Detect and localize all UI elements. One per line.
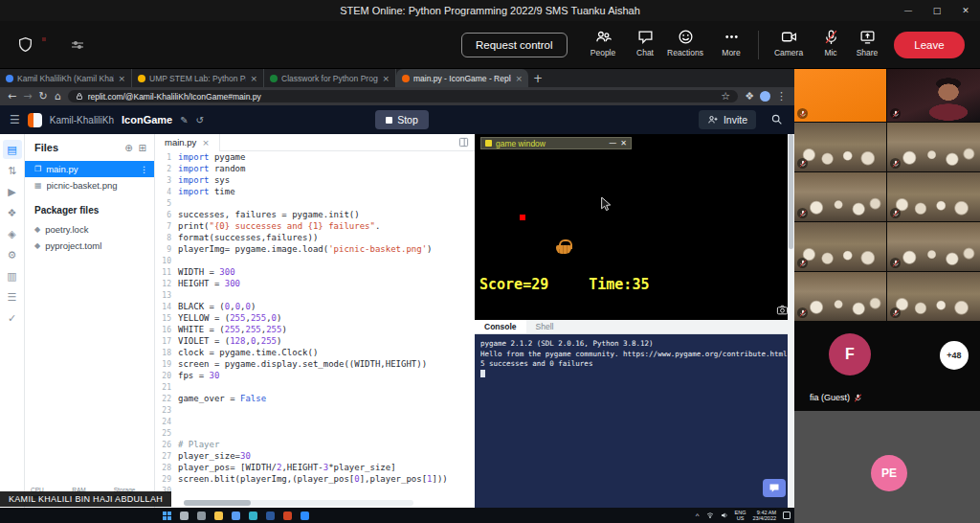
- browser-profile-avatar[interactable]: [760, 91, 770, 102]
- editor-tab-mainpy[interactable]: main.py ×: [155, 134, 220, 151]
- code-line[interactable]: 18clock = pygame.time.Clock(): [155, 347, 467, 358]
- taskbar-powerpoint-icon[interactable]: [283, 512, 292, 520]
- participant-video[interactable]: [794, 123, 886, 171]
- hamburger-menu-icon[interactable]: ☰: [10, 113, 20, 126]
- code-line[interactable]: 7print("{0} successes and {1} failures".: [155, 220, 467, 232]
- add-file-icon[interactable]: ⊕: [124, 143, 132, 153]
- browser-tab[interactable]: main.py - IconGame - Replit×: [396, 69, 528, 87]
- network-icon[interactable]: [706, 512, 714, 519]
- tray-expand-icon[interactable]: ^: [696, 512, 700, 520]
- camera-button[interactable]: Camera: [766, 29, 812, 57]
- security-shield-icon[interactable]: [17, 36, 33, 53]
- leave-button[interactable]: Leave: [894, 32, 965, 58]
- stop-button[interactable]: Stop: [375, 110, 429, 129]
- checks-icon[interactable]: ✓: [3, 308, 22, 328]
- code-line[interactable]: 5: [155, 197, 467, 209]
- participant-video-host[interactable]: [887, 69, 980, 122]
- tab-close-icon[interactable]: ×: [382, 74, 390, 83]
- code-line[interactable]: 8format(successes,failures)): [155, 232, 467, 243]
- chat-bubble-button[interactable]: [763, 479, 786, 497]
- home-button[interactable]: ⌂: [55, 91, 61, 102]
- request-control-button[interactable]: Request control: [461, 33, 568, 57]
- code-line[interactable]: 30: [155, 485, 467, 496]
- language-indicator[interactable]: ENGUS: [735, 510, 746, 521]
- participant-video[interactable]: [794, 222, 886, 271]
- reload-button[interactable]: ↻: [38, 91, 47, 102]
- editor-horizontal-scrollbar[interactable]: [184, 500, 413, 506]
- code-line[interactable]: 2import random: [155, 163, 467, 174]
- reactions-button[interactable]: Reactions: [662, 29, 708, 57]
- code-line[interactable]: 26# Player: [155, 439, 467, 450]
- packager-file-item[interactable]: ◆pyproject.toml: [25, 238, 154, 254]
- secrets-icon[interactable]: ◈: [3, 224, 22, 243]
- file-item[interactable]: ▦picnic-basket.png: [25, 177, 154, 193]
- code-line[interactable]: 22game_over = False: [155, 393, 467, 404]
- code-line[interactable]: 28player_pos= [WIDTH/2,HEIGHT-3*player_s…: [155, 462, 467, 473]
- code-line[interactable]: 11WIDTH = 300: [155, 266, 467, 278]
- code-lines[interactable]: 1import pygame2import random3import sys4…: [155, 151, 467, 496]
- participant-video[interactable]: [887, 172, 980, 221]
- browser-scrollbar[interactable]: [788, 134, 794, 508]
- file-menu-icon[interactable]: ⋮: [140, 165, 148, 174]
- split-pane-icon[interactable]: [458, 137, 469, 148]
- add-folder-icon[interactable]: ⊞: [139, 143, 146, 153]
- chat-button[interactable]: Chat: [622, 29, 668, 57]
- tab-close-icon[interactable]: ×: [250, 74, 257, 83]
- participant-pe-section[interactable]: PE: [794, 411, 980, 523]
- editor-tab-close-icon[interactable]: ×: [202, 138, 210, 148]
- code-line[interactable]: 29screen.blit(playerImg,(player_pos[0],p…: [155, 473, 467, 485]
- overflow-count-badge[interactable]: +48: [940, 341, 969, 370]
- invite-button[interactable]: Invite: [699, 110, 756, 129]
- taskbar-word-icon[interactable]: [266, 512, 275, 520]
- maximize-button[interactable]: □: [923, 0, 951, 21]
- version-control-icon[interactable]: ⇅: [3, 161, 22, 180]
- code-line[interactable]: 10: [155, 255, 467, 266]
- audio-settings-icon[interactable]: [71, 40, 84, 50]
- taskbar-edge-icon[interactable]: [249, 512, 257, 520]
- history-icon[interactable]: ↺: [196, 115, 204, 125]
- browser-menu-icon[interactable]: ⋮: [776, 91, 787, 102]
- file-item[interactable]: ❐main.py⋮: [25, 161, 154, 177]
- notification-center-icon[interactable]: [783, 512, 791, 519]
- breadcrumb-user[interactable]: Kamil-KhaliliKh: [50, 115, 114, 125]
- code-line[interactable]: 21: [155, 381, 467, 393]
- code-line[interactable]: 20fps = 30: [155, 370, 467, 381]
- participant-video[interactable]: [794, 272, 886, 321]
- code-line[interactable]: 9playerImg= pygame.image.load('picnic-ba…: [155, 243, 467, 255]
- extensions-icon[interactable]: ❖: [745, 91, 754, 102]
- browser-tab[interactable]: Kamil KhaliliKh (Kamil Khalili Kh×: [0, 69, 132, 87]
- people-button[interactable]: People: [580, 29, 626, 57]
- code-line[interactable]: 19screen = pygame.display.set_mode((WIDT…: [155, 358, 467, 370]
- code-line[interactable]: 6successes, failures = pygame.init(): [155, 209, 467, 220]
- code-line[interactable]: 1import pygame: [155, 151, 467, 163]
- search-icon[interactable]: [770, 113, 783, 125]
- tab-close-icon[interactable]: ×: [118, 74, 125, 83]
- taskbar-start-icon[interactable]: [163, 512, 171, 520]
- code-line[interactable]: 16WHITE = (255,255,255): [155, 324, 467, 335]
- forward-button[interactable]: →: [23, 91, 32, 102]
- packager-file-item[interactable]: ◆poetry.lock: [25, 221, 154, 238]
- more-button[interactable]: More: [708, 29, 754, 57]
- rename-pencil-icon[interactable]: ✎: [180, 115, 188, 125]
- close-button[interactable]: ✕: [951, 0, 980, 21]
- participant-video[interactable]: [887, 222, 980, 271]
- code-line[interactable]: 25: [155, 427, 467, 439]
- speaker-icon[interactable]: [721, 512, 728, 519]
- code-line[interactable]: 3import sys: [155, 174, 467, 186]
- code-line[interactable]: 4import time: [155, 186, 467, 197]
- breadcrumb-repl[interactable]: IconGame: [122, 114, 172, 125]
- minimize-button[interactable]: —: [894, 0, 923, 21]
- game-minimize-icon[interactable]: —: [609, 139, 616, 148]
- taskbar-chrome-icon[interactable]: [232, 512, 240, 520]
- docs-icon[interactable]: ☰: [3, 287, 22, 307]
- console-output[interactable]: pygame 2.1.2 (SDL 2.0.16, Python 3.8.12)…: [475, 334, 794, 508]
- code-line[interactable]: 13: [155, 289, 467, 301]
- code-line[interactable]: 24: [155, 416, 467, 427]
- game-close-icon[interactable]: ✕: [620, 139, 627, 148]
- participant-fia-section[interactable]: F +48 fia (Guest): [794, 321, 980, 411]
- back-button[interactable]: ←: [8, 91, 16, 102]
- taskbar-file-explorer-icon[interactable]: [214, 512, 223, 520]
- files-icon[interactable]: ▤: [3, 140, 22, 159]
- code-line[interactable]: 12HEIGHT = 300: [155, 278, 467, 289]
- clock[interactable]: 9:42 AM23/4/2022: [753, 510, 776, 521]
